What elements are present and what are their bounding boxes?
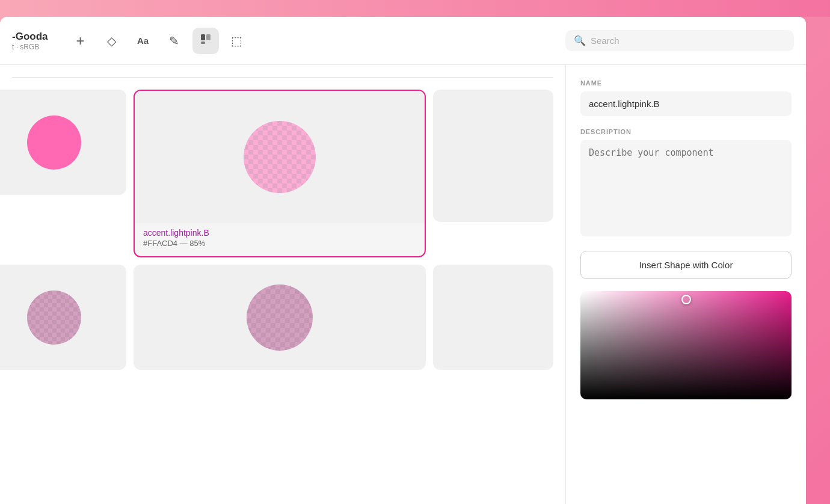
svg-rect-1: [206, 34, 211, 40]
svg-rect-0: [201, 34, 205, 40]
swatch-preview-partial-2: [0, 265, 126, 370]
content-area: accent.lightpink.B #FFACD4 — 85%: [0, 65, 806, 504]
app-subtitle: t · sRGB: [12, 43, 48, 51]
search-bar: 🔍: [565, 30, 794, 51]
gradient-background: [580, 291, 792, 399]
swatch-card-3[interactable]: [433, 90, 553, 222]
swatch-circle-checkered-large: [247, 284, 313, 351]
plus-icon: +: [76, 32, 84, 49]
name-input[interactable]: [580, 91, 792, 116]
color-picker[interactable]: [580, 291, 792, 399]
palette-button[interactable]: [192, 28, 219, 54]
main-window: -Gooda t · sRGB + ◇ Aa ✎: [0, 17, 806, 504]
swatch-card-5[interactable]: [134, 265, 426, 370]
description-label: DESCRIPTION: [580, 128, 792, 135]
picker-handle[interactable]: [681, 295, 691, 304]
name-label: NAME: [580, 79, 792, 87]
toolbar: -Gooda t · sRGB + ◇ Aa ✎: [0, 17, 806, 65]
swatch-preview-selected: [135, 91, 425, 223]
diamond-button[interactable]: ◇: [99, 28, 125, 54]
insert-shape-button[interactable]: Insert Shape with Color: [580, 251, 792, 279]
swatch-circle-lightpink: [244, 121, 316, 193]
search-icon: 🔍: [574, 35, 586, 46]
left-panel: accent.lightpink.B #FFACD4 — 85%: [0, 65, 565, 504]
swatches-row-2: [12, 265, 553, 370]
frame-icon: ⬚: [231, 34, 242, 48]
app-name: -Gooda: [12, 31, 48, 43]
swatch-preview-6: [433, 265, 553, 370]
right-panel: NAME DESCRIPTION Insert Shape with Color: [565, 65, 806, 504]
add-button[interactable]: +: [67, 28, 94, 54]
svg-rect-2: [201, 41, 205, 44]
top-bar: [0, 0, 830, 17]
app-title: -Gooda t · sRGB: [12, 31, 48, 51]
swatch-circle-pink: [27, 115, 81, 170]
divider: [12, 77, 553, 78]
swatch-preview: [0, 90, 126, 195]
swatch-name-selected: accent.lightpink.B: [143, 228, 416, 238]
eraser-button[interactable]: ✎: [161, 28, 188, 54]
swatch-circle-checkered-small: [27, 290, 81, 345]
swatches-row-1: accent.lightpink.B #FFACD4 — 85%: [12, 90, 553, 257]
description-textarea[interactable]: [580, 140, 792, 236]
swatch-card-partial-2[interactable]: [0, 265, 126, 370]
search-input[interactable]: [591, 35, 785, 46]
diamond-icon: ◇: [107, 34, 116, 48]
eraser-icon: ✎: [169, 34, 179, 48]
swatch-card-selected[interactable]: accent.lightpink.B #FFACD4 — 85%: [134, 90, 426, 257]
name-section: NAME: [580, 79, 792, 116]
text-icon: Aa: [137, 35, 149, 46]
description-section: DESCRIPTION: [580, 128, 792, 239]
frame-button[interactable]: ⬚: [224, 28, 250, 54]
text-button[interactable]: Aa: [130, 28, 156, 54]
toolbar-icons: + ◇ Aa ✎: [67, 28, 556, 54]
swatch-preview-5: [134, 265, 426, 370]
swatch-info-selected: accent.lightpink.B #FFACD4 — 85%: [135, 223, 425, 256]
swatch-preview-3: [433, 90, 553, 222]
palette-icon: [199, 32, 212, 49]
swatch-card-partial[interactable]: [0, 90, 126, 195]
swatch-hex-selected: #FFACD4 — 85%: [143, 239, 416, 248]
gradient-dark-overlay: [580, 291, 792, 399]
swatch-card-6[interactable]: [433, 265, 553, 370]
